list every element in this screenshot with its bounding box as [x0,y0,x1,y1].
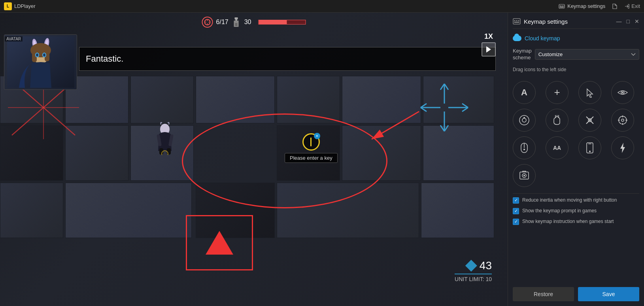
mouse-icon [520,142,528,153]
keymap-btn-eye[interactable] [611,81,634,104]
keyboard-icon [559,3,565,9]
key-circle[interactable]: ✕ [302,133,320,151]
checkbox-row-2: ✓ Show the keymap prompt in games [513,208,639,214]
cursor-icon [585,87,595,98]
tile-12 [342,125,421,181]
tile-18 [421,183,494,238]
dialogue-text: Fantastic. [86,54,123,64]
bottom-hud: 43 UNIT LIMIT: 10 [455,259,492,282]
keymap-btn-grab[interactable] [546,109,568,132]
maximize-button[interactable]: □ [627,18,630,25]
tile-14 [0,183,63,238]
titlebar-left: L LDPlayer [4,2,35,10]
keymap-btn-joystick[interactable] [513,109,536,132]
check-icon: ✓ [514,198,518,202]
resource-icon [465,260,477,272]
svg-rect-52 [514,20,516,21]
keymap-btn-mobile[interactable] [578,136,601,159]
lightning-icon [619,142,627,153]
cross-swords-icon [585,115,595,125]
key-binding-widget[interactable]: ✕ Please enter a key [285,133,338,163]
svg-rect-53 [516,20,517,21]
grab-icon [552,115,562,126]
keymap-btn-aa[interactable]: AA [546,136,568,159]
panel-title: Keymap settings [524,18,568,25]
checkbox-show-instruction[interactable]: ✓ [513,219,519,225]
tile-4 [196,76,275,123]
cloud-keymap-button[interactable]: Cloud keymap [513,34,639,43]
minimize-button[interactable]: — [616,18,622,25]
speed-badge: 1X [484,32,493,41]
crosshair-icon [618,115,628,125]
svg-rect-55 [514,22,519,23]
cloud-keymap-label: Cloud keymap [525,35,560,42]
dialogue-box: Fantastic. [79,47,496,71]
checkbox-reduce-inertia[interactable]: ✓ [513,197,519,204]
game-viewport[interactable]: AVATAR Fantastic. 6/17 [0,13,508,306]
tile-7 [423,76,494,123]
panel-close-button[interactable]: ✕ [635,18,639,25]
titlebar-controls: Keymap settings Exit [559,3,640,9]
tile-17 [277,183,419,238]
check-icon-2: ✓ [514,209,518,213]
keymap-icon-grid: A + [513,79,639,189]
svg-point-57 [622,92,623,93]
restore-button[interactable]: Restore [513,287,574,301]
keymap-btn-cross[interactable] [578,109,601,132]
checkbox-label-3: Show keymap instruction when games start [522,218,614,225]
speed-control: 1X [482,32,496,57]
svg-point-77 [589,151,591,152]
svg-point-81 [523,175,525,176]
svg-point-60 [523,117,525,119]
app-logo: L [4,2,12,10]
key-close-button[interactable]: ✕ [314,133,320,139]
checkbox-label-2: Show the keymap prompt in games [522,208,597,214]
exit-icon [624,4,630,9]
svg-rect-3 [563,6,564,6]
svg-point-58 [519,115,529,125]
panel-header-buttons: — □ ✕ [616,18,639,25]
keymap-scheme-select[interactable]: Customize [535,49,639,60]
svg-rect-30 [235,23,238,26]
keymap-btn-crosshair[interactable] [611,109,634,132]
keymap-btn-a[interactable]: A [513,81,536,104]
tiles-layer [0,76,508,306]
unit-limit: UNIT LIMIT: 10 [455,276,492,282]
keymap-btn-lightning[interactable] [611,136,634,159]
tower-count: 30 [244,19,251,26]
keymap-btn-mouse[interactable] [513,136,536,159]
save-button[interactable]: Save [578,287,639,301]
tile-15 [65,183,192,238]
warning-triangle-icon [206,231,233,255]
checkbox-row-1: ✓ Reduce inertia when moving with right … [513,197,639,204]
main-content: AVATAR Fantastic. 6/17 [0,13,644,306]
eye-icon [618,89,628,96]
keymap-btn-screenshot[interactable] [513,164,536,187]
checkbox-show-prompt[interactable]: ✓ [513,208,519,214]
health-bar [258,20,306,25]
svg-point-75 [523,149,525,150]
keymap-btn-plus[interactable]: + [546,81,568,104]
tile-9 [65,125,128,181]
drag-hint: Drag icons to the left side [513,66,639,75]
file-button[interactable] [612,3,618,9]
svg-point-68 [621,119,624,121]
mobile-icon [586,142,593,153]
svg-rect-4 [560,7,564,8]
play-pause-button[interactable] [482,42,496,57]
keymap-scheme-label: Keymap scheme [513,48,532,61]
play-triangle-icon [486,46,491,53]
svg-point-59 [522,118,526,122]
warning-box [186,215,253,270]
joystick-icon [519,115,530,126]
exit-button[interactable]: Exit [624,3,640,9]
keymap-btn-cursor[interactable] [578,81,601,104]
app-title: LDPlayer [14,3,35,9]
enemy-icon [202,17,213,28]
resource-value: 43 [480,259,492,272]
screenshot-icon [519,170,529,181]
svg-rect-1 [560,6,561,6]
svg-rect-27 [235,17,238,19]
player-avatar [4,34,77,90]
settings-checkboxes: ✓ Reduce inertia when moving with right … [513,193,639,225]
